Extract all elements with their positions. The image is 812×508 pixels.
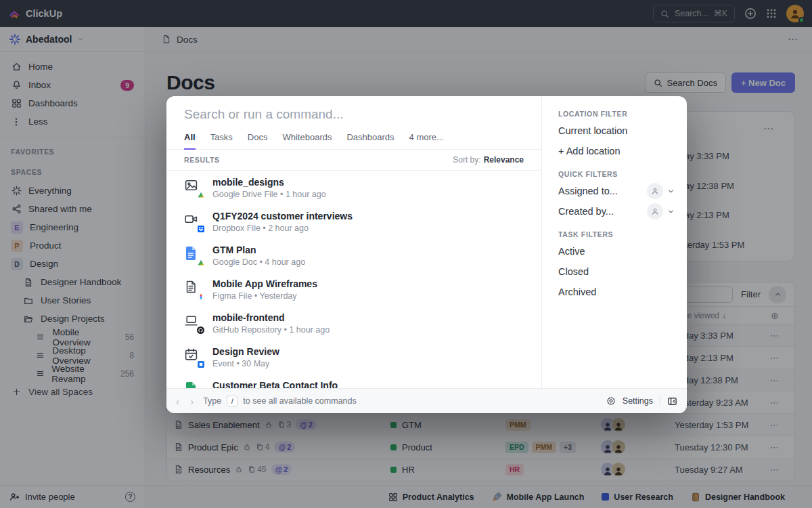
result-gtm-plan[interactable]: GTM PlanGoogle Doc • 4 hour ago <box>166 238 541 272</box>
filter-active[interactable]: Active <box>558 241 675 261</box>
person-icon <box>647 183 663 199</box>
person-icon <box>647 203 663 219</box>
current-location-filter[interactable]: Current location <box>558 121 675 141</box>
github-badge-icon <box>196 326 205 335</box>
search-results-panel: All Tasks Docs Whiteboards Dashboards 4 … <box>166 96 541 388</box>
modal-footer: ‹ › Type / to see all available commands… <box>166 388 687 413</box>
result-mobile-app-wireframes[interactable]: Mobile App WireframesFigma File • Yester… <box>166 272 541 306</box>
tab-more[interactable]: 4 more... <box>409 125 444 149</box>
result-meta: Event • 30 May <box>212 359 279 368</box>
result-meta: Google Drive File • 1 hour ago <box>212 190 326 199</box>
result-type-tabs: All Tasks Docs Whiteboards Dashboards 4 … <box>166 125 541 150</box>
filter-archived[interactable]: Archived <box>558 282 675 302</box>
tab-docs[interactable]: Docs <box>248 125 268 149</box>
google-calendar-badge-icon <box>196 360 205 368</box>
gear-icon[interactable] <box>606 396 616 406</box>
command-palette-modal: All Tasks Docs Whiteboards Dashboards 4 … <box>166 96 687 413</box>
sort-by[interactable]: Sort by:Relevance <box>453 155 524 165</box>
dropbox-badge-icon <box>196 224 205 233</box>
tab-dashboards[interactable]: Dashboards <box>346 125 394 149</box>
result-title: GTM Plan <box>212 245 305 256</box>
result-q1fy2024-customer-interviews[interactable]: Q1FY2024 customer interviewsDropbox File… <box>166 205 541 238</box>
tab-whiteboards[interactable]: Whiteboards <box>282 125 332 149</box>
calendar-icon <box>184 347 198 362</box>
result-meta: Figma File • Yesterday <box>212 291 317 301</box>
google-drive-badge-icon <box>196 258 205 267</box>
tab-tasks[interactable]: Tasks <box>210 125 233 149</box>
result-title: mobile-frontend <box>212 312 330 324</box>
result-mobile-designs[interactable]: mobile_designsGoogle Drive File • 1 hour… <box>166 171 541 205</box>
result-mobile-frontend[interactable]: mobile-frontendGitHub Repository • 1 hou… <box>166 306 541 340</box>
commands-hint: to see all available commands <box>243 396 356 406</box>
add-location-filter[interactable]: + Add location <box>558 141 675 161</box>
result-meta: Dropbox File • 2 hour ago <box>212 224 353 233</box>
filter-closed[interactable]: Closed <box>558 261 675 282</box>
quick-filters-header: QUICK FILTERS <box>558 170 675 178</box>
result-title: Customer Beta Contact Info <box>212 380 338 389</box>
result-title: Design Review <box>212 346 279 358</box>
assigned-to-filter[interactable]: Assigned to... <box>558 181 675 201</box>
sort-value: Relevance <box>484 155 524 165</box>
result-title: Q1FY2024 customer interviews <box>212 211 353 222</box>
result-customer-beta-contact-info[interactable]: Customer Beta Contact InfoGoogle Sheet •… <box>166 374 541 388</box>
task-filters-header: TASK FILTERS <box>558 230 675 238</box>
settings-label[interactable]: Settings <box>623 396 653 406</box>
google-doc-icon <box>184 246 198 261</box>
laptop-icon <box>184 314 198 328</box>
collapse-panel-icon[interactable] <box>667 396 677 406</box>
chevron-down-icon <box>667 208 675 215</box>
command-search-input[interactable] <box>166 96 541 125</box>
filters-panel: LOCATION FILTER Current location + Add l… <box>541 96 687 388</box>
video-icon <box>184 212 198 226</box>
result-meta: Google Doc • 4 hour ago <box>212 257 305 267</box>
divider <box>660 396 660 406</box>
tab-all[interactable]: All <box>184 125 196 150</box>
history-chevrons-icon[interactable]: ‹ › <box>176 396 198 407</box>
results-header: RESULTS <box>184 156 220 164</box>
image-icon <box>184 178 198 192</box>
figma-badge-icon <box>196 292 205 301</box>
slash-key: / <box>227 396 238 407</box>
document-icon <box>184 280 198 294</box>
google-drive-badge-icon <box>196 190 205 199</box>
result-meta: GitHub Repository • 1 hour ago <box>212 325 330 335</box>
location-filter-header: LOCATION FILTER <box>558 110 675 118</box>
result-title: Mobile App Wireframes <box>212 278 317 290</box>
type-label: Type <box>203 396 221 406</box>
result-title: mobile_designs <box>212 177 326 188</box>
google-sheet-icon <box>184 381 198 388</box>
result-design-review[interactable]: Design ReviewEvent • 30 May <box>166 340 541 374</box>
chevron-down-icon <box>667 188 675 195</box>
created-by-filter[interactable]: Created by... <box>558 201 675 221</box>
